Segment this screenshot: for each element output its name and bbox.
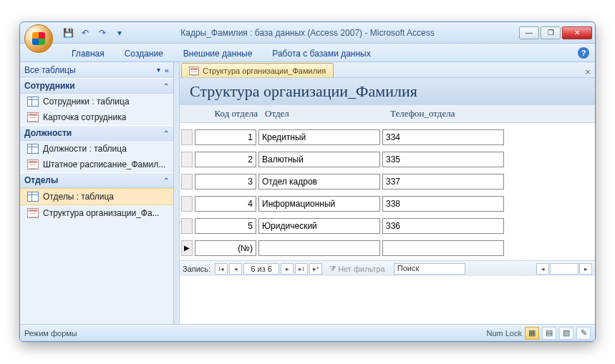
splitter[interactable] xyxy=(174,62,180,324)
cell-code[interactable]: 2 xyxy=(195,152,256,167)
undo-icon[interactable]: ↶ xyxy=(79,26,92,39)
scroll-thumb[interactable] xyxy=(550,263,578,275)
ribbon-tab-home[interactable]: Главная xyxy=(62,46,115,62)
help-icon[interactable]: ? xyxy=(578,47,589,59)
redo-icon[interactable]: ↷ xyxy=(96,26,109,39)
recnav-label: Запись: xyxy=(183,265,210,273)
nav-header[interactable]: Все таблицы ▾ « xyxy=(20,62,173,78)
prev-record-button[interactable]: ◂ xyxy=(229,263,242,275)
nav-group-departments: Отделы ⌃ Отделы : таблица Структура орга… xyxy=(20,172,173,221)
nav-item-label: Должности : таблица xyxy=(43,144,127,154)
navigation-pane: Все таблицы ▾ « Сотрудники ⌃ Сотрудники … xyxy=(20,62,174,324)
minimize-button[interactable]: — xyxy=(519,26,539,39)
cell-dept[interactable]: Кредитный xyxy=(258,129,380,145)
last-record-button[interactable]: ▸I xyxy=(295,263,308,275)
save-icon[interactable]: 💾 xyxy=(62,26,74,39)
chevron-up-icon: ⌃ xyxy=(163,82,169,90)
cell-code[interactable]: 3 xyxy=(195,174,256,190)
cell-dept[interactable]: Юридический xyxy=(258,218,380,234)
nav-group-title: Должности xyxy=(24,128,72,138)
nav-item-departments-table[interactable]: Отделы : таблица xyxy=(20,188,173,205)
ribbon-tab-create[interactable]: Создание xyxy=(115,46,173,62)
cell-code[interactable]: 1 xyxy=(195,129,256,145)
form-rows: 1 Кредитный 334 2 Валютный 335 3 Отдел к… xyxy=(180,123,595,260)
column-headers: Код отдела Отдел Телефон_отдела xyxy=(180,105,595,123)
row-selector[interactable] xyxy=(181,152,193,167)
filter-text: Нет фильтра xyxy=(338,265,385,273)
cell-phone[interactable]: 337 xyxy=(382,174,504,190)
form-icon xyxy=(27,112,39,122)
nav-item-employee-card[interactable]: Карточка сотрудника xyxy=(20,109,173,125)
row-selector[interactable] xyxy=(181,129,193,145)
nav-group-header[interactable]: Должности ⌃ xyxy=(20,125,173,141)
row-selector[interactable] xyxy=(181,196,193,212)
form-row: 5 Юридический 336 xyxy=(180,216,595,235)
scroll-right-button[interactable]: ▸ xyxy=(579,263,592,275)
nav-item-positions-table[interactable]: Должности : таблица xyxy=(20,141,173,157)
table-icon xyxy=(27,192,39,202)
view-datasheet-button[interactable]: ▤ xyxy=(542,327,556,340)
form-icon xyxy=(27,159,39,169)
view-design-button[interactable]: ✎ xyxy=(576,327,591,340)
collapse-pane-icon[interactable]: « xyxy=(165,66,169,74)
row-selector-current[interactable]: ▶ xyxy=(181,240,193,256)
qat-customize-icon[interactable]: ▾ xyxy=(113,26,126,39)
ribbon-tab-dbtools[interactable]: Работа с базами данных xyxy=(262,46,380,62)
dropdown-icon[interactable]: ▾ xyxy=(157,66,160,74)
nav-item-label: Структура организации_Фа... xyxy=(43,208,160,218)
cell-phone[interactable]: 335 xyxy=(382,152,504,167)
cell-phone[interactable]: 336 xyxy=(382,218,504,234)
new-record-button[interactable]: ▸* xyxy=(309,263,322,275)
chevron-up-icon: ⌃ xyxy=(163,129,169,137)
col-header-code: Код отдела xyxy=(197,108,265,119)
form-row: 2 Валютный 335 xyxy=(180,149,595,169)
cell-phone[interactable]: 334 xyxy=(382,129,504,145)
cell-code-new[interactable]: (№) xyxy=(195,240,256,256)
maximize-button[interactable]: ❐ xyxy=(541,26,561,39)
office-button[interactable] xyxy=(24,24,53,53)
cell-code[interactable]: 4 xyxy=(195,196,256,212)
nav-item-staffing-form[interactable]: Штатное расписание_Фамил... xyxy=(20,157,173,172)
nav-group-employees: Сотрудники ⌃ Сотрудники : таблица Карточ… xyxy=(20,78,173,125)
cell-dept-new[interactable] xyxy=(258,240,380,256)
row-selector[interactable] xyxy=(181,218,193,234)
nav-group-positions: Должности ⌃ Должности : таблица Штатное … xyxy=(20,125,173,172)
document-tab-label: Структура организации_Фамилия xyxy=(203,67,326,75)
nav-item-orgstructure-form[interactable]: Структура организации_Фа... xyxy=(20,205,173,221)
nav-item-label: Штатное расписание_Фамил... xyxy=(43,159,165,169)
cell-phone[interactable]: 338 xyxy=(382,196,504,212)
filter-indicator[interactable]: ⧩ Нет фильтра xyxy=(329,264,385,273)
chevron-up-icon: ⌃ xyxy=(163,177,169,185)
cell-code[interactable]: 5 xyxy=(195,218,256,234)
form-icon xyxy=(189,67,199,75)
record-navigator: Запись: I◂ ◂ 6 из 6 ▸ ▸I ▸* ⧩ Нет фильтр… xyxy=(180,260,595,276)
ribbon-tab-external[interactable]: Внешние данные xyxy=(173,46,263,62)
scroll-left-button[interactable]: ◂ xyxy=(536,263,549,275)
row-selector[interactable] xyxy=(181,174,193,190)
form-row: 3 Отдел кадров 337 xyxy=(180,172,595,191)
status-numlock: Num Lock xyxy=(486,329,522,338)
close-button[interactable]: ✕ xyxy=(562,26,592,39)
nav-group-title: Сотрудники xyxy=(24,81,75,91)
cell-dept[interactable]: Валютный xyxy=(258,152,380,167)
document-tab[interactable]: Структура организации_Фамилия xyxy=(181,63,334,77)
search-input[interactable]: Поиск xyxy=(394,263,465,275)
view-layout-button[interactable]: ▧ xyxy=(559,327,573,340)
first-record-button[interactable]: I◂ xyxy=(215,263,228,275)
cell-phone-new[interactable] xyxy=(382,240,504,256)
next-record-button[interactable]: ▸ xyxy=(281,263,294,275)
view-form-button[interactable]: ▦ xyxy=(525,327,539,340)
record-position[interactable]: 6 из 6 xyxy=(243,263,279,275)
nav-group-header[interactable]: Отделы ⌃ xyxy=(20,172,173,188)
close-document-icon[interactable]: × xyxy=(581,67,595,77)
cell-dept[interactable]: Отдел кадров xyxy=(258,174,380,190)
nav-group-header[interactable]: Сотрудники ⌃ xyxy=(20,78,173,94)
nav-item-label: Сотрудники : таблица xyxy=(43,97,130,107)
form-row: 1 Кредитный 334 xyxy=(180,127,595,147)
quick-access-toolbar: 💾 ↶ ↷ ▾ xyxy=(62,26,126,39)
cell-dept[interactable]: Информационный xyxy=(258,196,380,212)
form-title: Структура организации_Фамилия xyxy=(190,82,585,101)
window-controls: — ❐ ✕ xyxy=(519,26,592,39)
body: Все таблицы ▾ « Сотрудники ⌃ Сотрудники … xyxy=(20,62,595,324)
nav-item-employees-table[interactable]: Сотрудники : таблица xyxy=(20,94,173,109)
